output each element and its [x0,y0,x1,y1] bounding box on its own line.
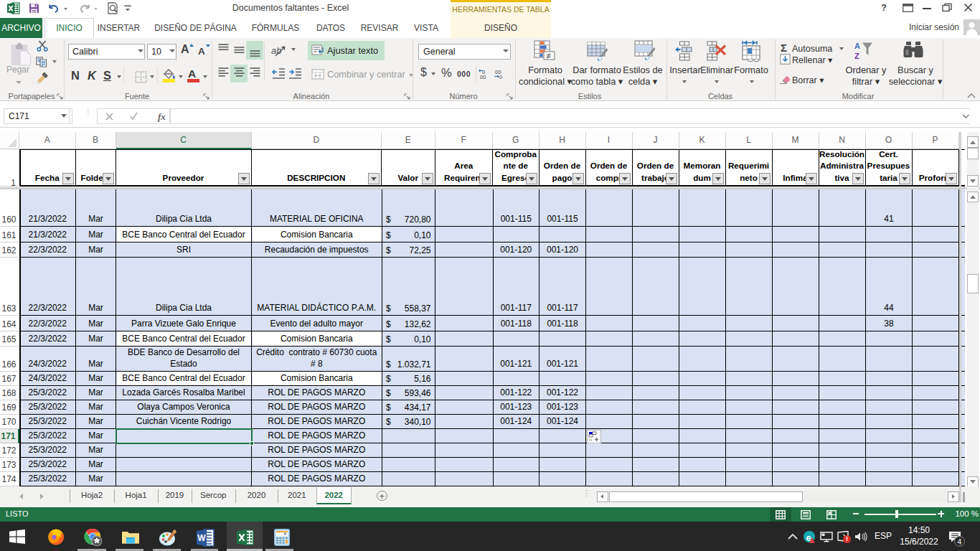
svg-text:W: W [197,533,206,543]
svg-text:Z: Z [854,52,859,60]
svg-text:≠: ≠ [547,51,552,61]
svg-text:ab: ab [271,45,281,56]
svg-text:00: 00 [480,74,486,80]
svg-text:fx: fx [158,112,166,122]
svg-text:0: 0 [499,74,502,80]
svg-text:A: A [854,42,860,50]
